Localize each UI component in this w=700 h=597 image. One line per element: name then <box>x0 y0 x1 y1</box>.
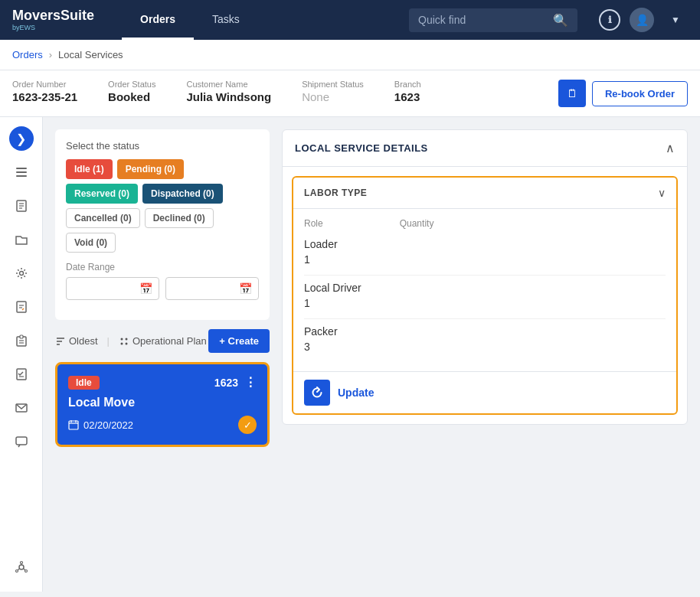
chip-void[interactable]: Void (0) <box>66 233 116 253</box>
svg-rect-18 <box>16 437 27 445</box>
sidebar-icon-chevron[interactable]: ❯ <box>9 126 34 151</box>
card-number-value: 1623 <box>214 377 238 389</box>
edit-icon: 🗒 <box>567 87 577 100</box>
service-card[interactable]: Idle 1623 ⋮ Local Move 02/20/2022 ✓ <box>55 362 270 447</box>
card-more-icon[interactable]: ⋮ <box>244 375 257 390</box>
svg-line-24 <box>18 569 20 570</box>
chip-reserved[interactable]: Reserved (0) <box>66 184 138 204</box>
labor-role-2: Packer <box>304 325 666 338</box>
breadcrumb-orders[interactable]: Orders <box>12 49 43 60</box>
avatar: 👤 <box>630 8 654 32</box>
operational-plan[interactable]: Operational Plan <box>119 335 207 347</box>
logo-sub: byEWS <box>12 24 94 31</box>
labor-row: Local Driver 1 <box>304 282 666 309</box>
customer-name-field: Customer Name Julia Windsong <box>186 80 271 103</box>
branch-value: 1623 <box>394 90 421 103</box>
sidebar-icon-doc[interactable] <box>6 191 37 221</box>
chevron-up-icon: ∧ <box>666 142 675 155</box>
info-icon[interactable]: ℹ <box>599 9 620 31</box>
order-actions: 🗒 Re-book Order <box>558 80 688 107</box>
labor-type-title: LABOR TYPE <box>304 188 367 198</box>
svg-point-19 <box>19 565 24 569</box>
sort-icon <box>55 336 66 347</box>
dropdown-chevron-icon[interactable]: ▼ <box>663 8 688 32</box>
order-status-field: Order Status Booked <box>108 80 155 103</box>
panel-header: LOCAL SERVICE DETAILS ∧ <box>283 130 687 167</box>
labor-qty-0: 1 <box>304 253 666 266</box>
sidebar-icon-settings[interactable] <box>6 258 37 289</box>
panel-collapse-button[interactable]: ∧ <box>666 141 675 155</box>
card-title: Local Move <box>68 396 257 409</box>
shipment-status-field: Shipment Status None <box>302 80 364 103</box>
order-status-label: Order Status <box>108 80 155 89</box>
check-circle-icon: ✓ <box>238 416 257 434</box>
sidebar-icon-notes[interactable] <box>6 292 37 322</box>
calendar-end-icon[interactable]: 📅 <box>239 282 252 295</box>
card-badge: Idle <box>68 376 100 390</box>
sidebar-icon-checklist[interactable] <box>6 359 37 390</box>
sidebar-icon-clipboard[interactable] <box>6 325 37 356</box>
order-number-value: 1623-235-21 <box>12 90 77 103</box>
date-range-label: Date Range <box>66 262 259 272</box>
nav-icons: ℹ 👤 ▼ <box>599 8 688 32</box>
logo: MoversSuite byEWS <box>12 8 94 31</box>
svg-rect-1 <box>16 171 27 173</box>
chip-dispatched[interactable]: Dispatched (0) <box>142 184 223 204</box>
op-plan-icon <box>119 336 129 347</box>
sidebar-icon-list[interactable] <box>6 157 37 188</box>
chip-cancelled[interactable]: Cancelled (0) <box>66 208 140 228</box>
labor-separator <box>304 275 666 276</box>
avatar-area[interactable]: 👤 <box>630 8 654 32</box>
status-selector-label: Select the status <box>66 140 259 152</box>
order-number-label: Order Number <box>12 80 77 89</box>
tab-tasks[interactable]: Tasks <box>194 0 258 40</box>
order-info-bar: Order Number 1623-235-21 Order Status Bo… <box>0 70 700 117</box>
svg-point-32 <box>125 342 127 344</box>
top-navigation: MoversSuite byEWS Orders Tasks 🔍 ℹ 👤 ▼ <box>0 0 700 40</box>
sidebar-icon-network[interactable] <box>6 552 37 582</box>
op-plan-label: Operational Plan <box>132 335 207 347</box>
sidebar-icon-folder[interactable] <box>6 224 37 255</box>
labor-header[interactable]: LABOR TYPE ∨ <box>293 178 676 209</box>
logo-text: MoversSuite <box>12 8 94 23</box>
sort-oldest[interactable]: Oldest <box>55 335 98 347</box>
tab-orders[interactable]: Orders <box>122 0 194 40</box>
labor-qty-2: 3 <box>304 341 666 353</box>
create-button[interactable]: + Create <box>208 329 270 353</box>
sidebar-icon-chat[interactable] <box>6 426 37 457</box>
sidebar-icon-mail[interactable] <box>6 393 37 423</box>
labor-columns: Role Quantity <box>304 218 666 229</box>
branch-field: Branch 1623 <box>394 80 421 103</box>
date-start-input[interactable]: 📅 <box>66 277 159 300</box>
customer-name-label: Customer Name <box>186 80 271 89</box>
svg-point-30 <box>120 342 123 344</box>
search-icon: 🔍 <box>553 13 568 28</box>
chip-declined[interactable]: Declined (0) <box>145 208 214 228</box>
main-layout: ❯ <box>0 117 700 592</box>
date-range: 📅 📅 <box>66 277 259 300</box>
labor-chevron-down-icon: ∨ <box>658 187 666 199</box>
edit-button[interactable]: 🗒 <box>558 80 586 107</box>
rebook-order-button[interactable]: Re-book Order <box>592 81 688 106</box>
breadcrumb-current: Local Services <box>58 49 123 60</box>
update-icon[interactable] <box>304 380 330 406</box>
search-input[interactable] <box>418 14 547 26</box>
svg-rect-8 <box>17 302 26 312</box>
chip-idle[interactable]: Idle (1) <box>66 159 113 179</box>
chip-pending[interactable]: Pending (0) <box>117 159 184 179</box>
labor-qty-1: 1 <box>304 297 666 309</box>
labor-row: Packer 3 <box>304 325 666 353</box>
toolbar-left: Oldest | Operational Plan <box>55 335 207 347</box>
search-area[interactable]: 🔍 <box>409 8 577 32</box>
update-label[interactable]: Update <box>338 387 374 399</box>
date-end-input[interactable]: 📅 <box>165 277 259 300</box>
svg-rect-33 <box>69 421 78 429</box>
labor-role-1: Local Driver <box>304 282 666 294</box>
col-role: Role <box>304 218 323 229</box>
calendar-start-icon[interactable]: 📅 <box>139 282 152 295</box>
content-area: Select the status Idle (1) Pending (0) R… <box>43 117 700 592</box>
calendar-icon <box>68 419 79 430</box>
nav-tabs: Orders Tasks <box>122 0 258 40</box>
svg-point-31 <box>125 338 127 340</box>
order-number-field: Order Number 1623-235-21 <box>12 80 77 103</box>
